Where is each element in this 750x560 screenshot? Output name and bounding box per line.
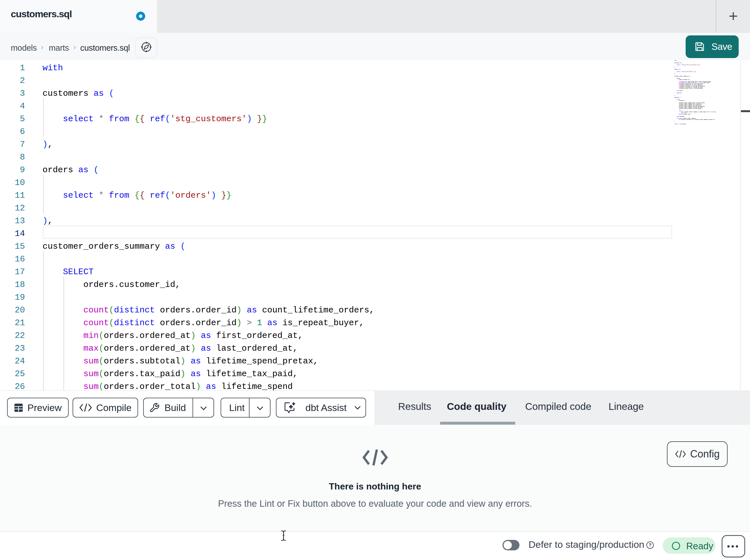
- svg-text:?: ?: [649, 543, 652, 547]
